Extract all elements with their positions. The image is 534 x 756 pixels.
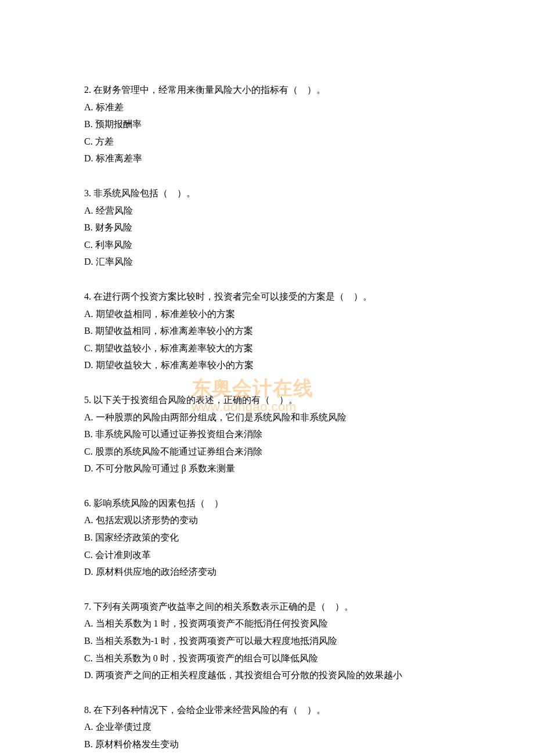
question-option: C. 期望收益较小，标准离差率较大的方案: [84, 340, 450, 357]
question-option: B. 财务风险: [84, 219, 450, 236]
question-option: D. 汇率风险: [84, 253, 450, 271]
question-option: A. 标准差: [84, 99, 450, 116]
question-option: B. 当相关系数为-1 时，投资两项资产可以最大程度地抵消风险: [84, 632, 450, 650]
question-option: A. 经营风险: [84, 202, 450, 219]
question-7: 7. 下列有关两项资产收益率之间的相关系数表示正确的是（ ）。 A. 当相关系数…: [84, 598, 450, 684]
question-option: C. 企业产品更新换代周期过长: [84, 753, 450, 756]
question-option: D. 两项资产之间的正相关程度越低，其投资组合可分散的投资风险的效果越小: [84, 667, 450, 684]
question-option: B. 期望收益相同，标准离差率较小的方案: [84, 322, 450, 340]
question-stem: 4. 在进行两个投资方案比较时，投资者完全可以接受的方案是（ ）。: [84, 288, 450, 305]
question-stem: 7. 下列有关两项资产收益率之间的相关系数表示正确的是（ ）。: [84, 598, 450, 615]
question-stem: 8. 在下列各种情况下，会给企业带来经营风险的有（ ）。: [84, 701, 450, 719]
question-stem: 2. 在财务管理中，经常用来衡量风险大小的指标有（ ）。: [84, 81, 450, 99]
question-2: 2. 在财务管理中，经常用来衡量风险大小的指标有（ ）。 A. 标准差 B. 预…: [84, 81, 450, 167]
question-8: 8. 在下列各种情况下，会给企业带来经营风险的有（ ）。 A. 企业举债过度 B…: [84, 701, 450, 756]
question-option: A. 包括宏观以济形势的变动: [84, 512, 450, 529]
question-option: C. 会计准则改革: [84, 546, 450, 564]
question-option: D. 原材料供应地的政治经济变动: [84, 563, 450, 581]
question-option: C. 股票的系统风险不能通过证券组合来消除: [84, 443, 450, 460]
question-option: A. 当相关系数为 1 时，投资两项资产不能抵消任何投资风险: [84, 615, 450, 632]
question-option: A. 一种股票的风险由两部分组成，它们是系统风险和非系统风险: [84, 409, 450, 426]
question-option: C. 方差: [84, 133, 450, 150]
question-option: A. 企业举债过度: [84, 718, 450, 736]
question-option: B. 原材料价格发生变动: [84, 736, 450, 753]
document-page: 东奥会计在线 www.dongao.com 2. 在财务管理中，经常用来衡量风险…: [0, 0, 534, 756]
question-stem: 5. 以下关于投资组合风险的表述，正确的有（ ）。: [84, 391, 450, 409]
question-4: 4. 在进行两个投资方案比较时，投资者完全可以接受的方案是（ ）。 A. 期望收…: [84, 288, 450, 374]
question-stem: 6. 影响系统风险的因素包括（ ）: [84, 495, 450, 512]
question-option: B. 非系统风险可以通过证券投资组合来消除: [84, 426, 450, 443]
question-option: A. 期望收益相同，标准差较小的方案: [84, 305, 450, 323]
question-3: 3. 非系统风险包括（ ）。 A. 经营风险 B. 财务风险 C. 利率风险 D…: [84, 185, 450, 271]
question-option: B. 预期报酬率: [84, 116, 450, 133]
question-option: D. 标准离差率: [84, 150, 450, 167]
question-option: C. 利率风险: [84, 236, 450, 254]
question-option: C. 当相关系数为 0 时，投资两项资产的组合可以降低风险: [84, 650, 450, 667]
question-stem: 3. 非系统风险包括（ ）。: [84, 185, 450, 202]
question-option: B. 国家经济政策的变化: [84, 529, 450, 546]
question-option: D. 不可分散风险可通过 β 系数来测量: [84, 460, 450, 477]
question-5: 5. 以下关于投资组合风险的表述，正确的有（ ）。 A. 一种股票的风险由两部分…: [84, 391, 450, 477]
question-6: 6. 影响系统风险的因素包括（ ） A. 包括宏观以济形势的变动 B. 国家经济…: [84, 495, 450, 581]
question-option: D. 期望收益较大，标准离差率较小的方案: [84, 357, 450, 374]
